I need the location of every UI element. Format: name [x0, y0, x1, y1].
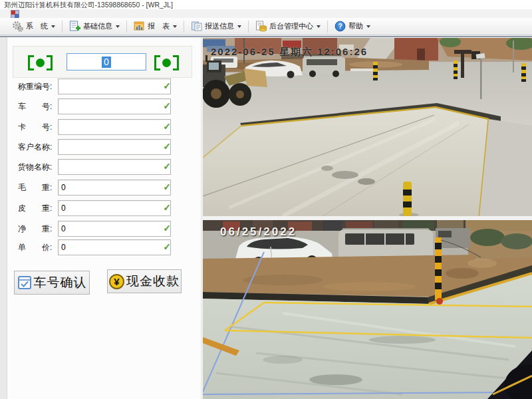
main-toolbar: 系 统 基础信息 报 表 — [0, 18, 532, 35]
toolbar-separator — [248, 21, 249, 33]
chevron-down-icon — [173, 25, 177, 28]
field-label: 称重编号: — [18, 81, 52, 92]
toolbar-label-admin-center: 后台管理中心 — [269, 21, 313, 31]
toolbar-label-basic-info: 基础信息 — [83, 21, 112, 31]
field-label: 毛 重: — [18, 182, 52, 194]
bracket-right — [173, 55, 179, 70]
gross-weight-input[interactable] — [58, 180, 171, 196]
toolbar-separator — [126, 21, 127, 33]
svg-text:?: ? — [338, 23, 342, 30]
check-icon: ✓ — [163, 241, 171, 252]
field-label: 单 价: — [18, 242, 52, 253]
bracket-left — [154, 55, 160, 70]
toolbar-separator — [327, 21, 328, 33]
camera-top-scene — [203, 38, 532, 216]
camera-feed-bottom: 06/25/2022 — [203, 220, 532, 399]
camera-pole — [480, 57, 482, 99]
check-icon: ✓ — [163, 182, 171, 192]
camera-top-timestamp: 2022-06-25 星期六 12:06:26 — [211, 46, 368, 59]
vehicle-confirm-button[interactable]: 车号确认 — [14, 271, 90, 295]
toolbar-label-system: 系 统 — [26, 21, 48, 31]
weigh-number-input[interactable] — [58, 78, 171, 94]
toolbar-item-system[interactable]: 系 统 — [8, 19, 59, 33]
bracket-right — [47, 55, 53, 70]
camera-bottom-timestamp: 06/25/2022 — [220, 225, 297, 239]
toolbar-item-submit-info[interactable]: 报送信息 — [187, 19, 245, 33]
check-icon: ✓ — [163, 100, 171, 111]
chevron-down-icon — [116, 25, 120, 28]
weight-display-input[interactable]: 0 — [66, 53, 146, 70]
cash-receipt-label: 现金收款 — [126, 273, 180, 290]
field-label: 卡 号: — [18, 122, 52, 133]
gears-icon — [12, 21, 23, 32]
cargo-name-input[interactable] — [58, 159, 171, 175]
toolbar-item-basic-info[interactable]: 基础信息 — [65, 19, 124, 33]
vehicle-number-input[interactable] — [58, 98, 171, 114]
chevron-down-icon — [317, 25, 321, 28]
toolbar-item-reports[interactable]: 报 表 — [130, 19, 181, 33]
field-row-tare-weight: 皮 重: ✓ — [18, 200, 167, 215]
send-info-icon — [191, 21, 202, 32]
admin-center-icon — [255, 21, 267, 32]
toolbar-label-help: 帮助 — [348, 21, 363, 31]
cash-receipt-button[interactable]: ¥ 现金收款 — [107, 269, 182, 293]
scale-status-box: 0 — [13, 46, 192, 78]
checkbox-icon — [17, 275, 32, 290]
check-icon: ✓ — [163, 161, 171, 172]
green-dot-indicator — [162, 59, 171, 67]
check-icon: ✓ — [163, 223, 171, 233]
field-row-cargo: 货物名称: ✓ — [18, 159, 167, 174]
yen-circle-icon: ¥ — [109, 274, 124, 289]
field-row-customer: 客户名称: ✓ — [18, 139, 167, 154]
status-indicator-left — [28, 55, 53, 70]
field-label: 货物名称: — [18, 162, 52, 173]
chevron-down-icon — [366, 25, 370, 28]
bracket-left — [28, 55, 34, 70]
weighing-form-panel: 0 称重编号: ✓ 车 号: ✓ 卡 号: ✓ 客户名称: ✓ — [7, 37, 201, 399]
field-label: 车 号: — [18, 101, 52, 112]
check-icon: ✓ — [163, 80, 171, 91]
help-icon: ? — [334, 21, 346, 32]
weight-display-value: 0 — [102, 57, 111, 68]
check-icon: ✓ — [163, 121, 171, 132]
toolbar-separator — [62, 21, 63, 33]
toolbar-label-submit-info: 报送信息 — [205, 21, 234, 31]
check-icon: ✓ — [163, 141, 171, 152]
field-row-vehicle-no: 车 号: ✓ — [18, 98, 167, 113]
camera-bottom-scene — [203, 220, 532, 399]
add-form-icon — [69, 21, 80, 32]
field-label: 客户名称: — [18, 142, 52, 153]
tare-weight-input[interactable] — [58, 200, 171, 216]
check-icon: ✓ — [163, 202, 171, 213]
status-indicator-right — [154, 55, 179, 70]
card-number-input[interactable] — [58, 119, 171, 135]
window-title: 郑州迈阳计算机科技有限公司-13598868650 - [WR_JL] — [4, 1, 173, 10]
chevron-down-icon — [51, 25, 55, 28]
toolbar-item-help[interactable]: ? 帮助 — [331, 19, 374, 33]
title-bar: 郑州迈阳计算机科技有限公司-13598868650 - [WR_JL] — [0, 0, 532, 9]
camera-feed-top: 2022-06-25 星期六 12:06:26 — [203, 38, 532, 216]
weighbridge-app-window: 郑州迈阳计算机科技有限公司-13598868650 - [WR_JL] 系 统 — [0, 0, 532, 399]
chevron-down-icon — [237, 25, 241, 28]
field-row-weigh-no: 称重编号: ✓ — [18, 78, 167, 93]
green-dot-indicator — [36, 59, 45, 67]
field-row-net-weight: 净 重: ✓ — [18, 221, 167, 235]
toolbar-label-reports: 报 表 — [148, 21, 170, 31]
field-row-card-no: 卡 号: ✓ — [18, 119, 167, 134]
field-row-gross-weight: 毛 重: ✓ — [18, 180, 167, 194]
unit-price-input[interactable] — [58, 239, 171, 255]
customer-name-input[interactable] — [58, 139, 171, 155]
report-chart-icon — [134, 21, 145, 32]
net-weight-input[interactable] — [58, 221, 171, 237]
vehicle-confirm-label: 车号确认 — [34, 274, 87, 291]
field-label: 净 重: — [18, 223, 52, 235]
left-collapsed-strip — [0, 37, 7, 399]
field-label: 皮 重: — [18, 203, 52, 214]
toolbar-separator — [184, 21, 184, 33]
field-row-unit-price: 单 价: ✓ — [18, 239, 167, 254]
toolbar-item-admin-center[interactable]: 后台管理中心 — [251, 19, 325, 33]
